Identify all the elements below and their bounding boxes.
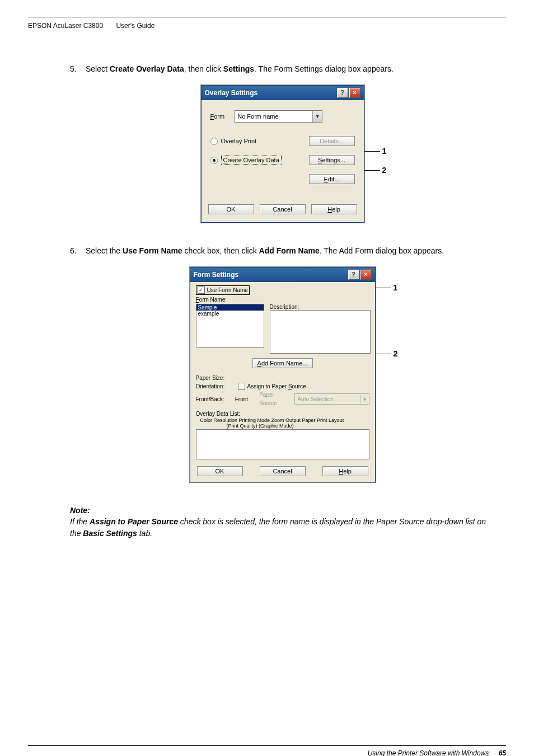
- form-settings-title: Form Settings: [194, 271, 239, 279]
- note-block: Note: If the Assign to Paper Source chec…: [70, 505, 495, 539]
- form-name-listbox[interactable]: Sample example: [196, 304, 264, 348]
- orientation-label: Orientation:: [196, 382, 238, 391]
- radio-checked-icon: [210, 157, 218, 164]
- header-title: EPSON AcuLaser C3800: [28, 22, 103, 30]
- step-5-bold-2: Settings: [223, 64, 254, 73]
- assign-to-paper-source-checkbox[interactable]: Assign to Paper Source: [238, 382, 306, 391]
- step-5-text-b: , then click: [184, 64, 223, 73]
- chevron-down-icon: ▾: [360, 395, 369, 403]
- radio-unchecked-icon: [210, 138, 218, 145]
- overlay-settings-dialog: Overlay Settings ? × Form No Form name ▼: [201, 85, 364, 223]
- step-6-number: 6.: [70, 245, 83, 257]
- overlay-data-list-label: Overlay Data List:: [196, 411, 369, 417]
- form-combobox[interactable]: No Form name ▼: [235, 110, 322, 123]
- page-footer: Using the Printer Software with Windows …: [28, 745, 506, 756]
- paper-source-select: Auto Selection ▾: [294, 393, 369, 405]
- page-header: EPSON AcuLaser C3800 User's Guide: [28, 22, 506, 30]
- settings-button[interactable]: Settings...: [309, 155, 355, 165]
- overlay-settings-titlebar[interactable]: Overlay Settings ? ×: [202, 86, 364, 100]
- close-icon[interactable]: ×: [360, 270, 372, 280]
- details-button: Details...: [309, 136, 355, 146]
- overlay-print-label: Overlay Print: [221, 138, 257, 144]
- step-6-text-c: . The Add Form dialog box appears.: [320, 246, 444, 255]
- create-overlay-data-label: Create Overlay Data: [221, 156, 282, 165]
- callout-2: 2: [394, 349, 398, 358]
- use-form-name-checkbox[interactable]: ✓ Use Form Name: [196, 285, 250, 295]
- step-6-text-b: check box, then click: [182, 246, 259, 255]
- checkbox-checked-icon: ✓: [198, 287, 205, 294]
- ok-button[interactable]: OK: [197, 466, 243, 476]
- overlay-data-listbox[interactable]: [196, 429, 369, 459]
- description-label: Description:: [270, 304, 369, 310]
- note-body: If the Assign to Paper Source check box …: [70, 516, 495, 539]
- header-subtitle: User's Guide: [116, 22, 154, 30]
- front-back-value: Front: [235, 395, 256, 403]
- front-back-label: Front/Back:: [196, 395, 235, 403]
- help-button[interactable]: Help: [322, 466, 368, 476]
- step-5-number: 5.: [70, 63, 83, 75]
- overlay-settings-title: Overlay Settings: [205, 89, 258, 97]
- form-label: Form: [210, 113, 225, 120]
- help-icon[interactable]: ?: [337, 88, 348, 98]
- form-settings-titlebar[interactable]: Form Settings ? ×: [190, 267, 375, 282]
- list-item[interactable]: Sample: [196, 304, 264, 311]
- assign-to-paper-source-label: Assign to Paper Source: [247, 382, 306, 391]
- add-form-name-button[interactable]: Add Form Name...: [252, 358, 313, 368]
- note-heading: Note:: [70, 505, 495, 516]
- step-6: 6. Select the Use Form Name check box, t…: [70, 245, 495, 257]
- paper-source-label: Paper Source: [259, 391, 291, 407]
- paper-source-value: Auto Selection: [295, 395, 334, 403]
- form-name-label: Form Name:: [196, 297, 369, 303]
- form-combobox-value: No Form name: [235, 113, 312, 120]
- overlay-print-radio[interactable]: Overlay Print: [210, 138, 257, 145]
- chevron-down-icon[interactable]: ▼: [312, 111, 322, 122]
- callout-1: 1: [382, 147, 387, 156]
- overlay-data-list-header: Color Resolution Printing Mode Zoom Outp…: [200, 417, 369, 423]
- step-6-bold-1: Use Form Name: [123, 246, 182, 255]
- checkbox-unchecked-icon: [238, 383, 245, 390]
- help-icon[interactable]: ?: [348, 270, 359, 280]
- close-icon[interactable]: ×: [349, 88, 360, 98]
- cancel-button[interactable]: Cancel: [260, 204, 306, 214]
- overlay-data-list-subheader: (Print Quality) (Graphic Mode): [227, 423, 369, 429]
- step-6-bold-2: Add Form Name: [259, 246, 320, 255]
- callout-1: 1: [394, 283, 398, 292]
- step-6-text-a: Select the: [86, 246, 123, 255]
- step-5-text-a: Select: [86, 64, 110, 73]
- form-settings-dialog: Form Settings ? × ✓ Use Form Name Form N…: [190, 267, 376, 482]
- step-5-text-c: . The Form Settings dialog box appears.: [254, 64, 394, 73]
- step-5: 5. Select Create Overlay Data, then clic…: [70, 63, 495, 75]
- ok-button[interactable]: OK: [208, 204, 254, 214]
- edit-button[interactable]: Edit...: [309, 174, 355, 184]
- cancel-button[interactable]: Cancel: [260, 466, 306, 476]
- paper-size-label: Paper Size:: [196, 374, 238, 382]
- create-overlay-data-radio[interactable]: Create Overlay Data: [210, 156, 282, 165]
- callout-2: 2: [382, 166, 387, 175]
- footer-text: Using the Printer Software with Windows: [368, 749, 489, 756]
- use-form-name-label: Use Form Name: [207, 287, 248, 293]
- help-button[interactable]: Help: [311, 204, 357, 214]
- description-box: [270, 310, 371, 354]
- list-item[interactable]: example: [196, 311, 264, 317]
- footer-page-number: 65: [499, 749, 506, 756]
- step-5-bold-1: Create Overlay Data: [110, 64, 184, 73]
